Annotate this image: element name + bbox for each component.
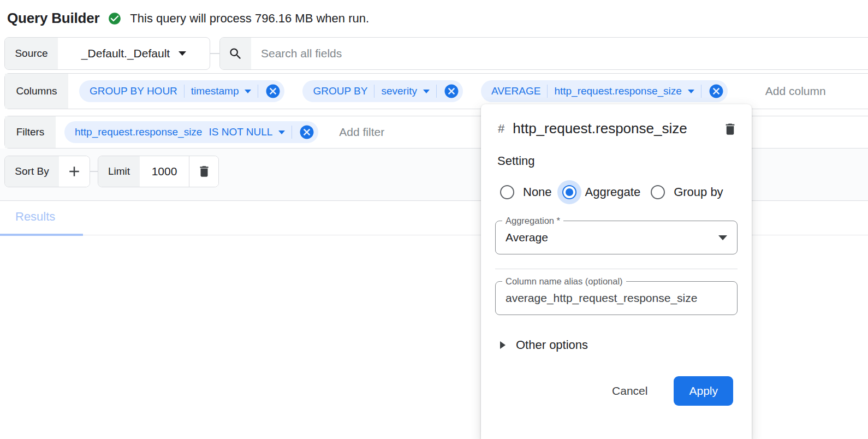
- column-chip-severity[interactable]: GROUP BY severity: [302, 80, 462, 102]
- remove-chip-icon[interactable]: [708, 83, 724, 99]
- radio-halo: [646, 180, 670, 204]
- sort-by-box: Sort By: [4, 156, 90, 187]
- filters-label: Filters: [5, 116, 56, 148]
- delete-column-button[interactable]: [723, 122, 738, 139]
- header: Query Builder This query will process 79…: [7, 10, 369, 27]
- chip-divider: [436, 85, 437, 98]
- chip-operation: GROUP BY HOUR: [90, 85, 177, 97]
- other-options-toggle[interactable]: Other options: [495, 338, 738, 352]
- remove-chip-icon[interactable]: [299, 124, 315, 140]
- chip-field: http_request.response_size: [554, 85, 681, 97]
- radio-circle-icon: [500, 185, 514, 199]
- radio-label: Group by: [674, 185, 723, 199]
- trash-icon: [197, 164, 211, 179]
- apply-button[interactable]: Apply: [674, 376, 733, 406]
- remove-chip-icon[interactable]: [443, 83, 460, 99]
- column-chip-timestamp[interactable]: GROUP BY HOUR timestamp: [79, 80, 284, 102]
- tab-active-underline: [0, 234, 83, 236]
- search-icon: [220, 38, 251, 69]
- setting-radio-group: None Aggregate Group by: [495, 180, 738, 204]
- delete-limit-button[interactable]: [189, 156, 218, 187]
- chip-divider: [184, 85, 185, 98]
- radio-group-by[interactable]: Group by: [646, 180, 729, 204]
- radio-none[interactable]: None: [495, 180, 557, 204]
- radio-halo: [495, 180, 519, 204]
- chip-operation: AVERAGE: [491, 85, 540, 97]
- connector-line: [210, 53, 219, 54]
- query-builder-page: Query Builder This query will process 79…: [0, 0, 868, 439]
- radio-circle-icon: [651, 185, 665, 199]
- chip-condition: IS NOT NULL: [209, 126, 272, 138]
- add-sort-button[interactable]: [59, 156, 90, 187]
- source-label: Source: [5, 38, 58, 69]
- remove-chip-icon[interactable]: [265, 83, 281, 99]
- radio-label: Aggregate: [585, 185, 641, 199]
- search-input[interactable]: [251, 38, 868, 69]
- chip-divider: [374, 85, 374, 98]
- chevron-down-icon[interactable]: [423, 90, 430, 93]
- columns-chip-zone: GROUP BY HOUR timestamp GROUP BY severit…: [68, 80, 826, 102]
- chip-divider: [701, 85, 701, 98]
- source-dropdown-value: _Default._Default: [81, 47, 170, 60]
- source-box: Source _Default._Default: [4, 37, 210, 70]
- connector-line: [90, 171, 98, 172]
- radio-aggregate[interactable]: Aggregate: [557, 180, 646, 204]
- chip-field: http_request.response_size: [75, 126, 202, 138]
- chip-field: timestamp: [191, 85, 239, 97]
- query-status-message: This query will process 796.16 MB when r…: [130, 11, 369, 26]
- column-alias-label: Column name alias (optional): [502, 276, 626, 287]
- column-chip-response-size[interactable]: AVERAGE http_request.response_size: [481, 80, 728, 102]
- page-title: Query Builder: [7, 10, 99, 27]
- source-dropdown[interactable]: _Default._Default: [58, 38, 210, 69]
- tab-results[interactable]: Results: [15, 210, 55, 224]
- chevron-down-icon[interactable]: [245, 90, 251, 93]
- limit-label: Limit: [98, 156, 140, 187]
- aggregation-select-label: Aggregation *: [502, 216, 563, 226]
- sort-by-label: Sort By: [5, 156, 59, 187]
- check-circle-icon: [108, 11, 122, 26]
- add-filter-button[interactable]: Add filter: [339, 126, 384, 139]
- chevron-down-icon[interactable]: [278, 130, 285, 134]
- chevron-down-icon: [179, 51, 186, 56]
- radio-halo: [557, 180, 581, 204]
- aggregation-select[interactable]: Aggregation * Average: [495, 221, 738, 254]
- search-box: [219, 37, 868, 70]
- add-column-button[interactable]: Add column: [765, 85, 826, 98]
- filter-chip-response-size[interactable]: http_request.response_size IS NOT NULL: [64, 121, 318, 143]
- cancel-button[interactable]: Cancel: [609, 384, 651, 398]
- chip-divider: [258, 85, 258, 98]
- limit-box: Limit 1000: [98, 156, 219, 187]
- chip-operation: GROUP BY: [313, 85, 367, 97]
- setting-label: Setting: [495, 154, 738, 168]
- limit-value-field[interactable]: 1000: [140, 156, 189, 187]
- dropdown-arrow-icon: [718, 235, 727, 240]
- numeric-type-icon: #: [498, 122, 504, 136]
- radio-selected-icon: [562, 185, 576, 199]
- chip-divider: [547, 85, 548, 98]
- columns-label: Columns: [5, 74, 68, 109]
- chevron-down-icon[interactable]: [688, 90, 694, 93]
- filters-chip-zone: http_request.response_size IS NOT NULL A…: [56, 121, 384, 143]
- chip-field: severity: [381, 85, 417, 97]
- column-alias-value: average_http_request_response_size: [506, 292, 727, 305]
- other-options-label: Other options: [516, 338, 588, 352]
- chip-divider: [292, 126, 292, 139]
- field-settings-popup: # http_request.response_size Setting Non…: [481, 104, 752, 439]
- disclosure-triangle-icon: [500, 341, 506, 349]
- popup-header: # http_request.response_size: [495, 117, 738, 140]
- radio-label: None: [523, 185, 552, 199]
- column-alias-input[interactable]: Column name alias (optional) average_htt…: [495, 281, 738, 315]
- popup-footer: Cancel Apply: [495, 376, 738, 406]
- plus-icon: [66, 163, 82, 180]
- popup-title: http_request.response_size: [513, 117, 687, 140]
- divider: [495, 269, 738, 269]
- aggregation-select-value: Average: [506, 231, 712, 244]
